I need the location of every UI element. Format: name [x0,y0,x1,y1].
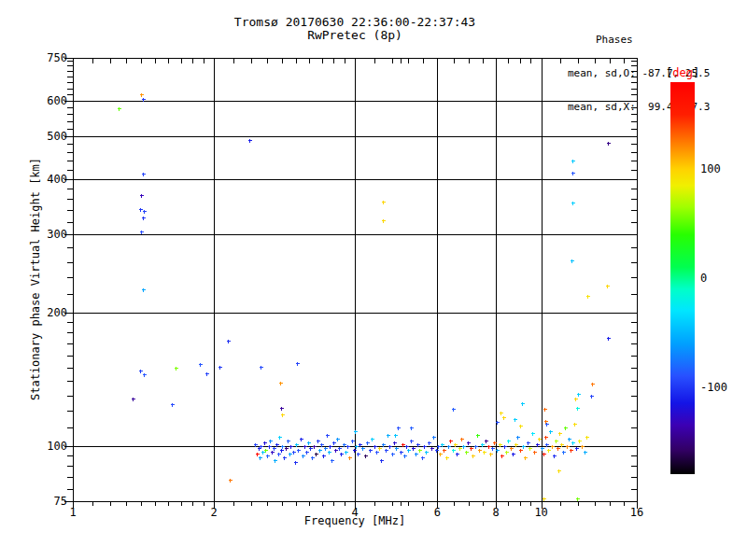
data-point [472,455,475,458]
data-point [571,441,575,445]
x-tick-label: 16 [630,507,643,518]
data-point [590,395,594,399]
data-point [524,456,528,460]
data-point [374,445,377,449]
data-point [410,427,414,430]
data-point [586,295,590,299]
data-point [432,436,436,440]
data-point [443,449,446,453]
data-point [259,456,262,460]
data-point [395,447,399,451]
data-point [361,447,365,451]
data-point [324,447,328,451]
data-point [277,453,281,456]
data-point [334,449,338,453]
data-point [140,93,144,97]
data-point [474,445,478,449]
data-point [266,455,270,458]
data-point [607,142,611,146]
data-point [485,440,488,443]
ionogram-page: Tromsø 20170630 22:36:00-22:37:43 RwPret… [0,0,747,560]
x-tick-label: 2 [210,507,217,518]
data-point [346,445,350,449]
data-point [531,432,535,436]
data-point [591,383,595,386]
data-point [447,445,451,449]
data-point [529,447,532,451]
data-point [340,453,344,456]
data-point [297,449,301,453]
data-point [296,362,300,366]
data-point [385,449,388,453]
data-point [309,447,313,451]
data-point [421,456,425,460]
y-tick-label: 400 [30,174,67,185]
data-point [273,447,276,451]
data-point [343,443,346,447]
data-point [445,456,449,460]
y-tick-label: 75 [30,496,67,507]
data-point [315,453,318,456]
data-point [575,447,579,451]
colorbar-tick-label: 0 [700,273,707,284]
data-point [328,451,331,455]
data-point [543,497,546,501]
data-point [584,451,587,455]
y-tick-label: 600 [30,95,67,106]
colorbar [670,82,695,474]
data-point [354,430,358,434]
data-point [139,208,143,212]
data-point [465,451,469,455]
data-point [132,398,135,401]
data-point [391,453,395,456]
data-point [142,217,146,220]
data-point [369,449,373,453]
data-point [449,440,453,443]
plot-area [0,0,747,560]
data-point [142,98,146,102]
data-point [541,447,544,451]
data-point [227,340,231,343]
x-tick-label: 1 [69,507,76,518]
data-point [400,451,403,455]
data-point [359,443,362,447]
data-point [456,453,459,456]
data-point [566,445,570,449]
data-point [279,382,283,385]
data-point [405,445,409,449]
data-point [543,453,546,456]
data-point [336,438,340,441]
data-point [378,447,382,451]
data-point [388,445,392,449]
data-point [320,443,324,447]
y-tick-label: 750 [30,52,67,63]
x-tick-label: 10 [534,507,547,518]
data-point [538,438,542,441]
data-point [260,366,263,370]
data-point [527,441,530,445]
data-point [331,459,334,463]
data-point [142,173,146,176]
data-point [278,436,282,440]
data-point [281,445,285,449]
data-point [254,443,258,447]
data-point [382,201,386,204]
data-point [576,407,580,411]
data-point [585,436,589,440]
data-point [564,427,568,430]
data-point [581,445,585,449]
x-tick-label: 6 [434,507,441,518]
data-point [493,441,497,445]
data-point [287,440,290,443]
data-point [410,440,414,443]
data-point [544,436,548,440]
data-point [271,451,275,455]
data-point [140,231,144,234]
data-point [142,288,146,292]
data-point [557,469,561,473]
colorbar-unit-text: deg [672,66,693,79]
colorbar-unit-label: [deg] [666,66,699,79]
data-point [415,453,418,456]
data-point [351,440,355,443]
data-point [292,451,296,455]
